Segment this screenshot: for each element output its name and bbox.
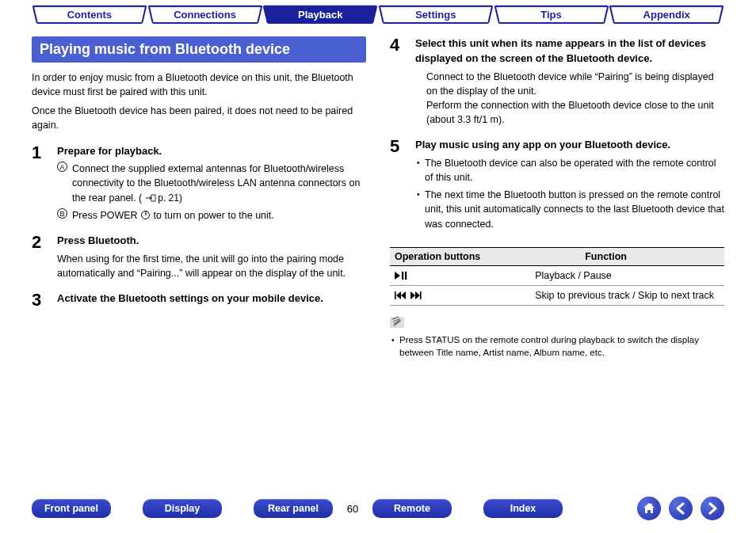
table-row: Skip to previous track / Skip to next tr…: [390, 285, 724, 305]
tab-label: Playback: [298, 9, 342, 21]
step-body: Perform the connection with the Bluetoot…: [426, 98, 724, 127]
bottom-nav: Front panel Display Rear panel 60 Remote…: [32, 497, 724, 520]
step-1: 1 Prepare for playback. A Connect the su…: [32, 144, 366, 223]
table-cell: Playback / Pause: [487, 265, 724, 285]
nav-front-panel[interactable]: Front panel: [32, 499, 111, 518]
step-number: 5: [390, 138, 407, 234]
next-page-button[interactable]: [701, 497, 724, 520]
pencil-note-icon: [390, 317, 404, 328]
substep-text: Press POWER: [72, 210, 140, 221]
svg-rect-0: [151, 195, 155, 201]
nav-index[interactable]: Index: [483, 499, 563, 518]
page-ref[interactable]: p. 21): [158, 192, 182, 204]
svg-rect-11: [651, 504, 652, 506]
step-title: Prepare for playback.: [57, 144, 366, 159]
bullet: The next time the Bluetooth button is pr…: [415, 188, 724, 230]
nav-rear-panel[interactable]: Rear panel: [254, 499, 333, 518]
svg-marker-6: [401, 291, 406, 299]
step-body: When using for the first time, the unit …: [57, 253, 346, 279]
bullet: The Bluetooth device can also be operate…: [415, 156, 724, 185]
step-3: 3 Activate the Bluetooth settings on you…: [32, 291, 366, 310]
svg-rect-3: [405, 272, 407, 280]
left-column: Playing music from Bluetooth device In o…: [32, 36, 366, 363]
tab-tips[interactable]: Tips: [498, 6, 605, 24]
tab-label: Settings: [415, 9, 456, 21]
tab-label: Tips: [540, 9, 562, 21]
tab-connections[interactable]: Connections: [152, 6, 258, 24]
tab-playback[interactable]: Playback: [267, 6, 373, 24]
power-icon: [141, 211, 150, 219]
tab-settings[interactable]: Settings: [383, 6, 489, 24]
svg-marker-5: [396, 291, 401, 299]
svg-marker-7: [410, 291, 415, 299]
step-number: 4: [390, 36, 407, 127]
tab-label: Contents: [67, 9, 112, 21]
page-ref-icon: [145, 192, 156, 206]
substep-a: A Connect the supplied external antennas…: [57, 162, 366, 205]
step-number: 3: [32, 291, 49, 310]
svg-marker-1: [395, 272, 400, 280]
step-4: 4 Select this unit when its name appears…: [390, 36, 724, 127]
step-title: Activate the Bluetooth settings on your …: [57, 291, 366, 306]
table-header: Operation buttons: [390, 247, 487, 265]
substep-marker: B: [57, 208, 67, 219]
svg-rect-2: [402, 272, 403, 280]
intro-text: Once the Bluetooth device has been paire…: [32, 104, 366, 132]
step-number: 1: [32, 144, 49, 223]
right-column: 4 Select this unit when its name appears…: [390, 36, 724, 363]
top-nav: Contents Connections Playback Settings T…: [32, 6, 724, 24]
svg-rect-4: [395, 291, 396, 299]
tab-label: Connections: [174, 9, 236, 21]
table-row: Playback / Pause: [390, 265, 724, 285]
step-body: Connect to the Bluetooth device while “P…: [426, 70, 724, 98]
operation-table: Operation buttons Function Playback / Pa…: [390, 247, 724, 306]
page-number: 60: [333, 503, 372, 515]
svg-rect-9: [420, 291, 422, 299]
svg-marker-8: [415, 291, 420, 299]
step-2: 2 Press Bluetooth. When using for the fi…: [32, 234, 366, 280]
tab-label: Appendix: [643, 9, 690, 21]
play-pause-icon: [395, 270, 409, 281]
step-title: Select this unit when its name appears i…: [415, 36, 724, 67]
substep-text: Connect the supplied external antennas f…: [72, 163, 360, 203]
home-button[interactable]: [637, 497, 661, 520]
substep-b: B Press POWER to turn on power to the un…: [57, 208, 366, 223]
prev-page-button[interactable]: [669, 497, 693, 520]
step-5: 5 Play music using any app on your Bluet…: [390, 138, 724, 234]
page-title: Playing music from Bluetooth device: [32, 36, 366, 63]
table-cell: Skip to previous track / Skip to next tr…: [487, 285, 724, 305]
step-number: 2: [32, 234, 49, 280]
substep-marker: A: [57, 162, 67, 172]
step-title: Play music using any app on your Bluetoo…: [415, 138, 724, 153]
substep-text: to turn on power to the unit.: [151, 210, 274, 221]
nav-display[interactable]: Display: [143, 499, 222, 518]
step-title: Press Bluetooth.: [57, 234, 366, 249]
tab-contents[interactable]: Contents: [36, 6, 143, 24]
tab-appendix[interactable]: Appendix: [613, 6, 720, 24]
note-block: Press STATUS on the remote control durin…: [390, 306, 724, 360]
skip-prev-next-icon: [395, 290, 422, 301]
note-text: Press STATUS on the remote control durin…: [390, 333, 724, 360]
nav-remote[interactable]: Remote: [372, 499, 452, 518]
intro-text: In order to enjoy music from a Bluetooth…: [32, 70, 366, 99]
table-header: Function: [487, 247, 724, 265]
